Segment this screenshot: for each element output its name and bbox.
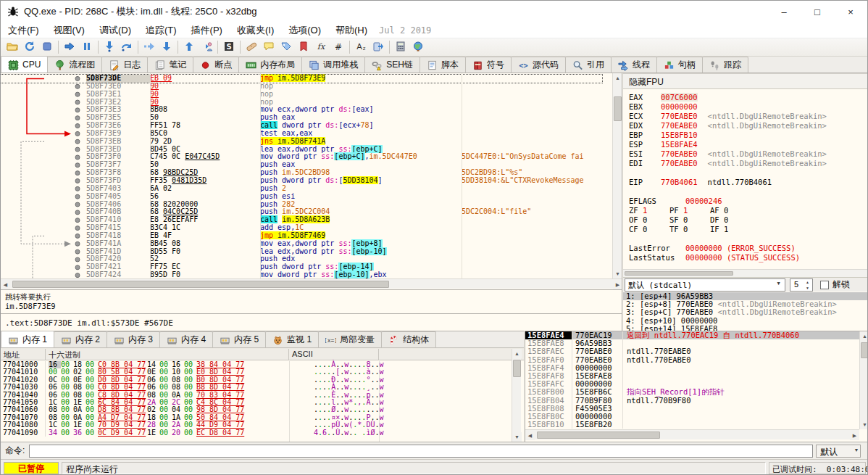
flag-df[interactable]: DF 0 [710,215,751,225]
memory-dump-panel[interactable]: 地址 十六进制 ASCII 7704100016001800C0 8B 04 7… [1,349,524,442]
breakpoint-gutter[interactable] [1,161,86,169]
bottom-tab-8[interactable]: 结构体 [381,331,436,347]
assemble-button[interactable]: Az [352,39,370,55]
detach-button[interactable] [370,39,387,55]
menu-item-p[interactable]: 插件(P) [184,25,230,36]
stack-hscrollbar[interactable]: ◀ ▶ [525,429,859,439]
run-trace-button[interactable] [141,39,158,55]
register-row[interactable]: OF 0SF 0DF 0 [629,215,858,225]
flag-if[interactable]: IF 1 [710,225,751,234]
bottom-tab-7[interactable]: [x=]局部变量 [318,331,382,347]
command-input[interactable] [29,445,813,458]
chevron-down-icon[interactable]: ▼ [774,281,783,289]
tab-12[interactable]: 引用 [565,57,612,73]
breakpoint-gutter[interactable] [1,146,86,154]
register-row[interactable]: LastError00000000 (ERROR_SUCCESS) [629,244,858,253]
scroll-thumb[interactable] [537,431,660,439]
stop-button[interactable] [38,39,56,55]
flag-pf[interactable]: PF 1 [669,206,710,215]
breakpoint-gutter[interactable] [1,240,86,248]
breakpoint-gutter[interactable] [1,255,86,263]
flag-af[interactable]: AF 0 [710,206,751,215]
step-over-button[interactable] [118,39,135,55]
register-row[interactable]: ECX770EABE0<ntdll.DbgUiRemoteBreakin> [629,112,858,121]
breakpoint-gutter[interactable] [1,130,86,138]
breakpoint-gutter[interactable] [1,248,86,256]
close-button[interactable]: × [834,1,867,22]
scroll-thumb[interactable] [861,342,868,358]
stack-row[interactable]: 15E8FB04770B9F80ntdll.770B9F80 [525,397,868,405]
maximize-button[interactable]: □ [801,1,834,22]
calculator-button[interactable] [392,39,409,55]
scroll-thumb[interactable] [614,96,622,121]
menu-item-t[interactable]: 追踪(T) [138,25,184,36]
disasm-row[interactable]: 5D8F73E190nop [1,91,602,99]
menu-item-f[interactable]: 文件(F) [1,25,46,36]
breakpoint-gutter[interactable] [1,99,86,107]
register-row[interactable]: ESP15E8FAE4 [629,140,858,149]
menu-item-v[interactable]: 视图(V) [46,25,92,36]
tab-11[interactable]: <>源代码 [511,57,566,73]
menu-item-i[interactable]: 收藏夹(I) [230,25,281,36]
register-row[interactable]: ESI770EABE0<ntdll.DbgUiRemoteBreakin> [629,149,858,159]
scroll-right-arrow[interactable]: ▶ [850,431,859,440]
register-row[interactable]: EDI770EABE0<ntdll.DbgUiRemoteBreakin> [629,159,858,168]
tab-3[interactable]: 日志 [101,57,148,73]
flag-of[interactable]: OF 0 [629,215,669,225]
breakpoint-gutter[interactable] [1,83,86,91]
menu-item-o[interactable]: 选项(O) [281,25,328,36]
bottom-tab-5[interactable]: 内存 5 [212,331,266,347]
scroll-down-arrow[interactable]: ▼ [613,269,622,278]
stack-row[interactable]: 15E8FAEC770EABE0ntdll.770EABE0 [525,347,868,355]
tab-5[interactable]: 断点 [193,57,239,73]
breakpoint-gutter[interactable] [1,201,86,209]
tab-13[interactable]: 线程 [611,57,657,73]
run-to-user-button[interactable] [198,39,215,55]
register-row[interactable]: EIP770B4061ntdll.770B4061 [629,178,858,187]
scroll-up-arrow[interactable]: ▲ [613,73,622,83]
calling-convention-select[interactable]: 默认 (stdcall) ▼ [625,278,785,292]
dump-vscrollbar[interactable]: ▲ ▼ [512,349,521,442]
breakpoint-gutter[interactable] [1,216,86,224]
scroll-thumb[interactable] [513,360,521,377]
breakpoint-gutter[interactable] [1,153,86,161]
breakpoint-gutter[interactable] [1,169,86,177]
menu-item-h[interactable]: 帮助(H) [328,25,375,36]
dump-row[interactable]: 770410801C001E0070 D9 04 7728002A0044 D9… [1,421,512,429]
tab-7[interactable]: 调用堆栈 [301,57,365,73]
breakpoint-gutter[interactable] [1,208,86,216]
unlock-checkbox[interactable] [820,281,829,289]
label-button[interactable] [277,39,295,55]
register-row[interactable]: EBX00000000 [629,102,858,112]
bottom-tab-2[interactable]: 内存 2 [54,331,107,347]
breakpoint-gutter[interactable] [1,232,86,240]
step-into-button[interactable] [101,39,118,55]
disassembly-panel[interactable]: 5D8F73DEEB 09jmp im.5D8F73E95D8F73E090no… [1,73,622,289]
restart-button[interactable] [21,39,38,55]
tab-10[interactable]: 符号 [465,57,512,73]
scroll-up-arrow[interactable]: ▲ [512,349,522,358]
register-row[interactable]: CF 0TF 0IF 1 [629,225,858,234]
tab-1[interactable]: CPU [1,56,48,73]
arguments-view[interactable]: 1: [esp+4] 96A59BB32: [esp+8] 770EABE0 <… [623,292,868,331]
spinner-arrows-icon[interactable]: ▲▼ [804,279,811,291]
hash-button[interactable]: # [330,39,347,55]
minimize-button[interactable]: – [767,1,801,22]
stack-row[interactable]: 15E8FB0015E8FB6C指向SEH_Record[1]的指针 [525,388,868,396]
stack-vscrollbar[interactable]: ▲ ▼ [859,331,868,429]
breakpoint-gutter[interactable] [1,138,86,146]
bookmark-button[interactable] [295,39,312,55]
tab-8[interactable]: SEH链 [364,57,420,73]
bottom-tab-1[interactable]: 内存 1 [1,331,54,347]
register-row[interactable]: ZF 1PF 1AF 0 [629,206,858,215]
chevron-down-icon[interactable]: ▼ [854,447,859,453]
breakpoint-gutter[interactable] [1,75,86,83]
disasm-vscrollbar[interactable]: ▲ ▼ [612,73,622,278]
bottom-tab-4[interactable]: 内存 4 [159,331,213,347]
register-row[interactable]: EDX770EABE0<ntdll.DbgUiRemoteBreakin> [629,121,858,131]
registers-hscrollbar[interactable] [623,269,868,277]
breakpoint-gutter[interactable] [1,193,86,201]
breakpoint-gutter[interactable] [1,263,86,271]
breakpoint-gutter[interactable] [1,185,86,193]
tab-15[interactable]: 跟踪 [702,57,748,73]
